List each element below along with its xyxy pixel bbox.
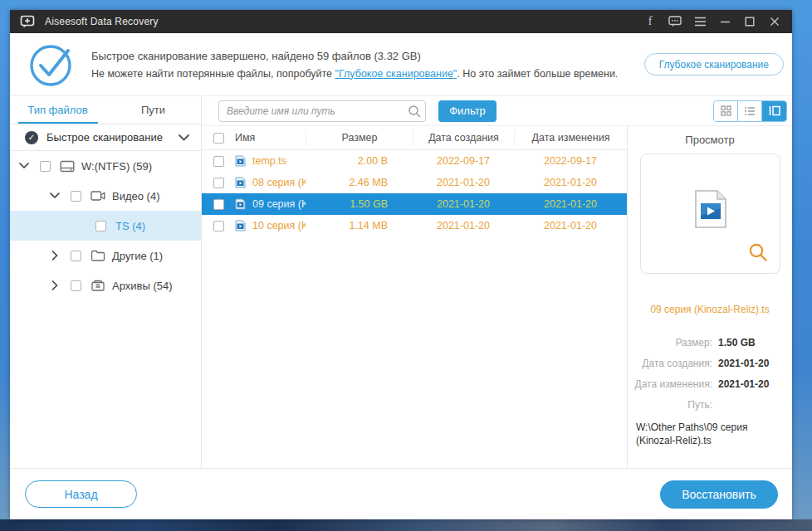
chevron-down-icon[interactable] (18, 160, 30, 172)
tree-item-ts[interactable]: TS (4) (10, 211, 201, 241)
file-created: 2021-01-20 (413, 220, 514, 231)
detail-value: 1.50 GB (718, 337, 756, 348)
close-icon[interactable] (762, 10, 787, 33)
chevron-right-icon[interactable] (49, 280, 61, 291)
chevron-down-icon[interactable] (49, 190, 61, 202)
desktop-taskbar-strip (0, 519, 812, 531)
file-name: temp.ts (252, 155, 286, 167)
file-table: Имя Размер Дата создания Дата изменения … (202, 126, 627, 468)
scan-hint-prefix: Не можете найти потерянные файлы, попроб… (91, 68, 335, 80)
tree-label: Архивы (54) (112, 280, 173, 292)
chevron-down-icon (179, 131, 189, 144)
desktop-background: Aiseesoft Data Recovery f (0, 0, 812, 531)
recover-button[interactable]: Восстановить (660, 480, 778, 509)
tree-label: W:(NTFS) (59) (81, 160, 152, 173)
deep-scan-link[interactable]: "Глубокое сканирование" (335, 68, 457, 80)
video-file-icon (235, 155, 246, 167)
video-file-icon (235, 198, 246, 210)
file-path: W:\Other Paths\09 серия (Kinozal-Reliz).… (636, 421, 782, 447)
detail-value: 2021-01-20 (718, 378, 769, 390)
detail-label: Дата создания: (628, 358, 712, 369)
detail-value: 2021-01-20 (718, 358, 769, 369)
content-row: Имя Размер Дата создания Дата изменения … (202, 126, 792, 468)
tab-file-type[interactable]: Тип файлов (10, 96, 105, 124)
tree-item-drive[interactable]: W:(NTFS) (59) (10, 151, 201, 181)
scan-mode-selector[interactable]: ✓ Быстрое сканирование (10, 124, 201, 151)
drive-icon (60, 159, 75, 173)
tree-item-other[interactable]: Другие (1) (10, 241, 201, 270)
tree-checkbox[interactable] (40, 161, 51, 172)
file-modified: 2022-09-17 (514, 155, 627, 167)
table-row[interactable]: temp.ts 2.00 B 2022-09-17 2022-09-17 (202, 150, 627, 172)
list-view-icon[interactable] (738, 101, 762, 121)
column-header-size[interactable]: Размер (306, 130, 413, 145)
deep-scan-button[interactable]: Глубокое сканирование (644, 53, 784, 76)
tree-checkbox[interactable] (71, 280, 81, 291)
facebook-icon[interactable]: f (638, 10, 663, 33)
video-icon (90, 189, 105, 202)
scan-mode-label: Быстрое сканирование (46, 131, 179, 144)
select-all-checkbox[interactable] (213, 133, 224, 144)
table-row[interactable]: 08 серия (Kin... 2.46 MB 2021-01-20 2021… (202, 172, 627, 193)
row-checkbox[interactable] (213, 178, 224, 188)
file-size: 1.14 MB (306, 220, 413, 231)
back-button[interactable]: Назад (25, 480, 137, 508)
video-file-icon (235, 220, 246, 231)
video-file-large-icon (694, 189, 727, 231)
preview-panel: Просмотр 09 серия (Kinozal-Reliz).ts (627, 126, 792, 468)
file-size: 2.00 B (306, 155, 413, 167)
video-file-icon (235, 177, 246, 188)
detail-label: Путь: (628, 399, 712, 411)
window-title: Aiseesoft Data Recovery (45, 16, 159, 27)
tree-checkbox[interactable] (95, 221, 106, 231)
maximize-icon[interactable] (737, 10, 762, 33)
file-modified: 2021-01-20 (514, 177, 627, 188)
column-header-created[interactable]: Дата создания (413, 130, 514, 145)
file-name: 10 серия (Kin... (252, 220, 306, 231)
view-toggle-group (713, 100, 787, 122)
tab-paths[interactable]: Пути (105, 96, 201, 124)
app-logo-icon (20, 15, 37, 28)
scan-summary: Быстрое сканирование завершено, найдено … (91, 50, 644, 62)
search-input[interactable] (227, 102, 404, 120)
app-window: Aiseesoft Data Recovery f (10, 10, 792, 519)
preview-view-icon[interactable] (762, 101, 786, 121)
file-created: 2021-01-20 (413, 177, 514, 188)
tree-item-video[interactable]: Видео (4) (10, 181, 201, 211)
chevron-right-icon[interactable] (49, 250, 61, 261)
sidebar: Тип файлов Пути ✓ Быстрое сканирование (10, 96, 202, 468)
scan-complete-check-icon (28, 41, 75, 88)
column-header-name[interactable]: Имя (235, 132, 306, 144)
feedback-icon[interactable] (663, 10, 687, 33)
column-header-modified[interactable]: Дата изменения (514, 130, 627, 145)
sidebar-tabs: Тип файлов Пути (10, 96, 201, 124)
menu-icon[interactable] (687, 10, 712, 33)
archive-icon (90, 279, 105, 292)
grid-view-icon[interactable] (714, 101, 738, 121)
tree-checkbox[interactable] (71, 251, 81, 261)
scan-mode-check-icon: ✓ (25, 131, 38, 144)
tree-item-archives[interactable]: Архивы (54) (10, 270, 201, 300)
scan-hint: Не можете найти потерянные файлы, попроб… (91, 68, 644, 80)
table-row[interactable]: 10 серия (Kin... 1.14 MB 2021-01-20 2021… (202, 215, 627, 236)
detail-modified: Дата изменения: 2021-01-20 (628, 378, 792, 390)
filter-button[interactable]: Фильтр (438, 100, 496, 122)
row-checkbox[interactable] (213, 156, 224, 167)
file-details: Размер: 1.50 GB Дата создания: 2021-01-2… (628, 337, 792, 420)
scan-hint-suffix: . Но это займет больше времени. (457, 68, 618, 80)
file-tree: W:(NTFS) (59) Видео (4) TS (4) (10, 151, 201, 468)
tree-label: Другие (1) (112, 250, 163, 262)
scan-result-banner: Быстрое сканирование завершено, найдено … (10, 33, 792, 96)
table-row-selected[interactable]: 09 серия (Kin... 1.50 GB 2021-01-20 2021… (202, 193, 627, 215)
preview-thumbnail-box (640, 153, 780, 274)
zoom-preview-icon[interactable] (748, 242, 768, 265)
row-checkbox[interactable] (213, 221, 224, 231)
search-icon[interactable] (404, 105, 425, 118)
titlebar: Aiseesoft Data Recovery f (10, 10, 792, 33)
file-size: 2.46 MB (306, 177, 413, 188)
minimize-icon[interactable] (712, 10, 737, 33)
tree-checkbox[interactable] (71, 191, 81, 202)
row-checkbox[interactable] (213, 199, 224, 210)
file-created: 2021-01-20 (413, 198, 514, 210)
banner-text: Быстрое сканирование завершено, найдено … (91, 50, 644, 80)
